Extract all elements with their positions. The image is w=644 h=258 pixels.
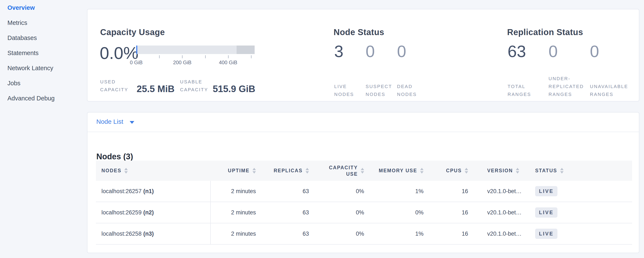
node-host: localhost:26257 <box>102 188 142 194</box>
total-ranges-label: TOTAL RANGES <box>508 82 548 98</box>
sort-icon[interactable] <box>306 168 309 174</box>
column-label: CPUS <box>446 168 462 174</box>
column-label: UPTIME <box>228 168 250 174</box>
sidebar: Overview Metrics Databases Statements Ne… <box>8 5 55 101</box>
nodes-count-heading: Nodes (3) <box>96 152 133 161</box>
node-list-view-dropdown[interactable]: Node List <box>96 118 134 125</box>
used-capacity-label: USED CAPACITY <box>100 78 132 94</box>
sidebar-item-network-latency[interactable]: Network Latency <box>8 65 55 71</box>
column-header-version[interactable]: VERSION <box>476 161 531 181</box>
dead-nodes-label: DEAD NODES <box>397 82 428 98</box>
sort-icon[interactable] <box>465 168 468 174</box>
node-host: localhost:26258 <box>102 230 142 237</box>
node-status-title: Node Status <box>334 28 384 37</box>
status-cell: LIVE <box>531 181 632 202</box>
column-header-nodes[interactable]: NODES <box>96 161 210 181</box>
status-cell: LIVE <box>531 223 632 244</box>
used-capacity-stat: USED CAPACITY 25.5 MiB <box>100 78 175 94</box>
capacity-gauge-used-segment <box>136 46 137 54</box>
cpus-cell: 16 <box>431 202 476 223</box>
capacity-use-cell: 0% <box>316 181 372 202</box>
replicas-cell: 63 <box>264 202 316 223</box>
sort-icon[interactable] <box>361 168 364 174</box>
node-status-metrics: 3 LIVE NODES 0 SUSPECT NODES 0 DEAD NODE… <box>334 43 428 98</box>
usable-capacity-value: 515.9 GiB <box>213 84 256 94</box>
sort-icon[interactable] <box>420 168 424 174</box>
node-name-cell[interactable]: localhost:26257(n1) <box>96 181 210 202</box>
column-label: MEMORY USE <box>379 168 417 174</box>
unavailable-ranges-label: UNAVAILABLE RANGES <box>590 82 636 98</box>
column-label: REPLICAS <box>274 168 302 174</box>
column-header-cpus[interactable]: CPUS <box>431 161 476 181</box>
node-host: localhost:26259 <box>102 209 142 216</box>
sort-icon[interactable] <box>560 168 564 174</box>
replication-status-title: Replication Status <box>507 28 583 37</box>
table-row: localhost:26257(n1) 2 minutes 63 0% 1% 1… <box>96 181 632 202</box>
version-cell: v20.1.0-bet… <box>476 181 531 202</box>
uptime-cell: 2 minutes <box>210 202 264 223</box>
replicas-cell: 63 <box>264 223 316 244</box>
node-id: (n2) <box>143 209 154 216</box>
used-capacity-value: 25.5 MiB <box>137 84 175 94</box>
axis-tick <box>251 55 252 58</box>
axis-tick <box>182 55 182 58</box>
memory-use-cell: 1% <box>372 181 431 202</box>
axis-tick <box>205 55 206 58</box>
sidebar-item-databases[interactable]: Databases <box>8 35 55 41</box>
status-cell: LIVE <box>531 202 632 223</box>
uptime-cell: 2 minutes <box>210 223 264 244</box>
total-ranges-metric: 63 TOTAL RANGES <box>508 43 548 98</box>
node-list-card: Node List Nodes (3) NODES UPTIME REPLICA… <box>87 112 639 253</box>
suspect-nodes-metric: 0 SUSPECT NODES <box>366 43 397 98</box>
dead-nodes-value: 0 <box>397 43 428 60</box>
column-header-uptime[interactable]: UPTIME <box>210 161 264 181</box>
status-badge: LIVE <box>535 229 558 239</box>
version-cell: v20.1.0-bet… <box>476 223 531 244</box>
capacity-gauge-reserved-segment <box>236 46 255 54</box>
node-name-cell[interactable]: localhost:26258(n3) <box>96 223 210 244</box>
column-header-memory-use[interactable]: MEMORY USE <box>372 161 431 181</box>
axis-tick-label: 0 GiB <box>119 60 153 66</box>
table-header-row: NODES UPTIME REPLICAS CAPACITY USE MEMOR… <box>96 161 632 181</box>
column-label: NODES <box>102 168 121 174</box>
usable-capacity-label: USABLE CAPACITY <box>180 78 208 94</box>
sort-icon[interactable] <box>252 168 256 174</box>
sort-icon[interactable] <box>124 168 128 174</box>
sidebar-item-overview[interactable]: Overview <box>8 5 55 11</box>
axis-tick <box>228 55 228 58</box>
cpus-cell: 16 <box>431 181 476 202</box>
node-id: (n1) <box>143 188 154 194</box>
sidebar-item-advanced-debug[interactable]: Advanced Debug <box>8 95 55 101</box>
status-badge: LIVE <box>535 186 558 196</box>
sort-icon[interactable] <box>516 168 519 174</box>
column-header-replicas[interactable]: REPLICAS <box>264 161 316 181</box>
usable-capacity-stat: USABLE CAPACITY 515.9 GiB <box>180 78 256 94</box>
memory-use-cell: 1% <box>372 223 431 244</box>
unavailable-ranges-value: 0 <box>590 43 636 60</box>
live-nodes-label: LIVE NODES <box>334 82 366 98</box>
dead-nodes-metric: 0 DEAD NODES <box>397 43 428 98</box>
status-badge: LIVE <box>535 207 558 218</box>
axis-tick-label: 200 GiB <box>165 60 199 66</box>
axis-tick-label: 400 GiB <box>211 60 245 66</box>
sidebar-item-statements[interactable]: Statements <box>8 50 55 56</box>
nodes-table: NODES UPTIME REPLICAS CAPACITY USE MEMOR… <box>96 161 632 245</box>
axis-tick <box>136 55 136 58</box>
suspect-nodes-label: SUSPECT NODES <box>366 82 397 98</box>
sidebar-item-jobs[interactable]: Jobs <box>8 80 55 86</box>
cluster-summary-card: Capacity Usage 0.0% 0 GiB 200 GiB 400 Gi… <box>87 9 639 101</box>
node-name-cell[interactable]: localhost:26259(n2) <box>96 202 210 223</box>
node-list-view-label: Node List <box>96 118 123 125</box>
capacity-usage-title: Capacity Usage <box>100 28 165 37</box>
column-header-status[interactable]: STATUS <box>531 161 632 181</box>
column-label: CAPACITY USE <box>324 164 358 177</box>
node-id: (n3) <box>143 230 154 237</box>
view-selector-bar: Node List <box>88 112 639 132</box>
uptime-cell: 2 minutes <box>210 181 264 202</box>
memory-use-cell: 0% <box>372 202 431 223</box>
replicas-cell: 63 <box>264 181 316 202</box>
version-cell: v20.1.0-bet… <box>476 202 531 223</box>
column-header-capacity-use[interactable]: CAPACITY USE <box>316 161 372 181</box>
cpus-cell: 16 <box>431 223 476 244</box>
sidebar-item-metrics[interactable]: Metrics <box>8 20 55 26</box>
